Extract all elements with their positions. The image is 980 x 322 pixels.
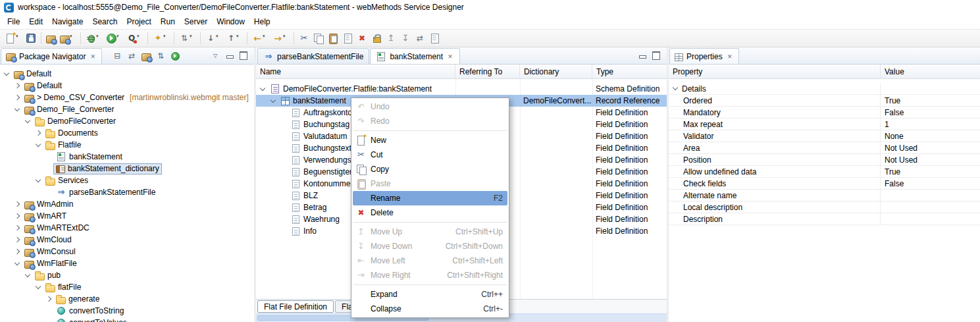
dropdown-caret-icon[interactable]	[263, 33, 269, 43]
menu-run[interactable]: Run	[156, 15, 180, 28]
menu-navigate[interactable]: Navigate	[47, 15, 88, 28]
context-menu-item-delete[interactable]: Delete	[353, 205, 507, 220]
view-menu-button[interactable]	[209, 49, 222, 63]
grid-chevron-icon[interactable]	[259, 85, 267, 94]
menu-search[interactable]: Search	[88, 15, 122, 28]
close-icon[interactable]	[446, 53, 454, 61]
close-icon[interactable]	[89, 53, 97, 61]
tree-item-converttostring[interactable]: convertToString	[0, 305, 254, 317]
move-up-button[interactable]	[384, 30, 398, 46]
sort-az-button[interactable]	[178, 30, 197, 46]
context-menu-item-new[interactable]: New	[353, 133, 507, 148]
new-wizard-button[interactable]	[4, 30, 23, 46]
menu-edit[interactable]: Edit	[24, 15, 47, 28]
tree-item-flatfile[interactable]: flatFile	[0, 281, 254, 293]
back-button[interactable]	[251, 30, 270, 46]
menu-file[interactable]: File	[3, 15, 24, 28]
tree-item-demo-csv-converter[interactable]: > Demo_CSV_Converter[martinwroblinski.we…	[0, 92, 254, 103]
run-tool-button[interactable]	[151, 30, 170, 46]
column-header-dictionary[interactable]: Dictionary	[520, 65, 592, 78]
save-button[interactable]	[24, 30, 38, 46]
tree-item-pub[interactable]: pub	[0, 269, 254, 281]
properties-group-details[interactable]: Details	[669, 83, 980, 95]
context-menu-item-expand[interactable]: ExpandCtrl++	[353, 287, 507, 302]
property-row-description[interactable]: Description	[669, 213, 980, 225]
deploy-button[interactable]	[59, 30, 77, 46]
tree-item-bankstatement-dictionary[interactable]: bankStatement_dictionary	[0, 163, 254, 174]
grid-row-demofileconverter-flatfile-bankstatement[interactable]: DemoFileConverter.Flatfile:bankStatement…	[256, 83, 667, 95]
bottom-tab-flat-file-definition[interactable]: Flat File Definition	[257, 300, 334, 313]
property-row-position[interactable]: PositionNot Used	[669, 154, 980, 166]
menu-project[interactable]: Project	[122, 15, 155, 28]
tree-chevron-icon[interactable]	[13, 224, 22, 232]
tree-chevron-icon[interactable]	[13, 248, 22, 256]
run-button[interactable]	[105, 30, 124, 46]
collapse-all-button[interactable]	[111, 49, 124, 63]
tree-item-parsebankstatementfile[interactable]: parseBankStatementFile	[0, 186, 254, 198]
dropdown-caret-icon[interactable]	[190, 33, 195, 43]
tree-item-default[interactable]: Default	[0, 68, 254, 80]
tree-chevron-icon[interactable]	[13, 259, 22, 268]
cut-button[interactable]	[297, 30, 311, 46]
tree-chevron-icon[interactable]	[34, 141, 43, 149]
profile-button[interactable]	[125, 30, 144, 46]
tree-chevron-icon[interactable]	[13, 94, 22, 102]
tree-chevron-icon[interactable]	[24, 271, 32, 280]
property-row-mandatory[interactable]: MandatoryFalse	[669, 107, 980, 119]
link-with-editor-button[interactable]	[125, 49, 138, 63]
context-menu-item-collapse[interactable]: CollapseCtrl+-	[353, 302, 507, 316]
sort-items-button[interactable]	[154, 49, 167, 63]
delete-button[interactable]	[355, 30, 369, 46]
property-row-alternate-name[interactable]: Alternate name	[669, 190, 980, 201]
group-chevron-icon[interactable]	[671, 84, 680, 93]
dropdown-caret-icon[interactable]	[283, 33, 289, 43]
maximize-button[interactable]	[650, 49, 663, 63]
dropdown-caret-icon[interactable]	[137, 33, 143, 43]
column-header-value[interactable]: Value	[881, 65, 980, 78]
property-row-allow-undefined-data[interactable]: Allow undefined dataTrue	[669, 166, 980, 178]
dropdown-caret-icon[interactable]	[16, 33, 22, 43]
dropdown-caret-icon[interactable]	[70, 33, 76, 43]
dropdown-caret-icon[interactable]	[96, 33, 102, 43]
minimize-button[interactable]	[636, 49, 649, 63]
tree-item-flatfile[interactable]: Flatfile	[0, 139, 254, 151]
menu-window[interactable]: Window	[212, 15, 249, 28]
doc-view-button[interactable]	[428, 30, 441, 46]
maximize-button[interactable]	[238, 49, 251, 63]
run-service-button[interactable]	[168, 49, 182, 63]
property-row-ordered[interactable]: OrderedTrue	[669, 95, 980, 107]
tree-item-wmconsul[interactable]: WmConsul	[0, 246, 254, 257]
context-menu-item-copy[interactable]: Copy	[353, 162, 507, 176]
tree-chevron-icon[interactable]	[13, 212, 22, 221]
minimize-button[interactable]	[223, 49, 236, 63]
tree-item-wmart[interactable]: WmART	[0, 210, 254, 222]
package-view-button[interactable]	[140, 49, 153, 63]
tree-item-default[interactable]: Default	[0, 80, 254, 92]
tree-item-services[interactable]: Services	[0, 174, 254, 186]
tree-item-wmadmin[interactable]: WmAdmin	[0, 198, 254, 210]
tree-chevron-icon[interactable]	[13, 82, 22, 90]
tree-item-bankstatement[interactable]: bankStatement	[0, 151, 254, 163]
menu-server[interactable]: Server	[180, 15, 212, 28]
tree-item-demofileconverter[interactable]: DemoFileConverter	[0, 115, 254, 127]
tree-item-generate[interactable]: generate	[0, 293, 254, 305]
property-row-max-repeat[interactable]: Max repeat1	[669, 119, 980, 130]
tree-chevron-icon[interactable]	[34, 283, 43, 292]
property-row-validator[interactable]: ValidatorNone	[669, 130, 980, 142]
tree-chevron-icon[interactable]	[45, 295, 53, 304]
editor-tab-parsebankstatementfile[interactable]: parseBankStatementFile	[257, 48, 369, 64]
copy-button[interactable]	[312, 30, 325, 46]
properties-tab[interactable]: Properties	[669, 48, 739, 64]
compare-button[interactable]	[413, 30, 426, 46]
column-header-type[interactable]: Type	[592, 65, 667, 78]
lock-button[interactable]	[370, 30, 383, 46]
tree-chevron-icon[interactable]	[24, 117, 32, 126]
dropdown-caret-icon[interactable]	[216, 33, 222, 43]
prev-marker-button[interactable]	[224, 30, 244, 46]
forward-button[interactable]	[271, 30, 290, 46]
navigator-tab[interactable]: Package Navigator	[1, 48, 102, 64]
tree-chevron-icon[interactable]	[13, 200, 22, 209]
property-row-local-description[interactable]: Local description	[669, 201, 980, 213]
tree-chevron-icon[interactable]	[34, 129, 43, 138]
tree-item-wmflatfile[interactable]: WmFlatFile	[0, 257, 254, 269]
